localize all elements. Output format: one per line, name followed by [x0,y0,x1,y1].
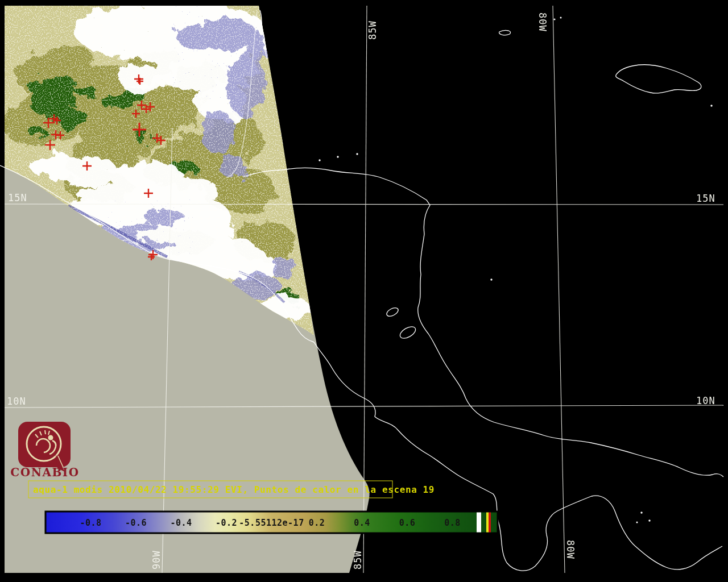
logo-parrot-eye [48,435,53,440]
graticule-label: 15N [696,193,715,204]
graticule-label: 10N [696,395,715,406]
colorbar-stripe-red [489,513,491,533]
island-dot [640,512,642,513]
colorbar-tick: -0.6 [125,518,147,528]
colorbar-stripe-white [477,513,481,533]
island-dot [356,153,358,155]
island-dot [560,17,562,19]
colorbar-tick: 0.8 [444,518,461,528]
graticule-label: 85W [352,550,363,569]
graticule-label: 10N [7,396,26,407]
colorbar: -0.8-0.6-0.4-0.2-5.55112e-170.20.40.60.8 [46,512,498,533]
graticule-label: 15N [8,192,27,203]
colorbar-tick: 0.4 [354,518,370,528]
island-dot [710,105,712,106]
graticule-label: 80W [565,540,576,559]
satellite-map-product: 85W80W15N15N10N10N90W85W80W CONABIO aqua… [0,0,728,582]
island-dot [636,522,638,523]
colorbar-tick-labels: -0.8-0.6-0.4-0.2-5.55112e-170.20.40.60.8 [80,518,460,528]
island-dot [490,278,492,280]
island-dot [318,159,320,161]
colorbar-stripe-yellow [486,513,489,533]
colorbar-tick: -0.8 [80,518,101,528]
scene-annotation: aqua-1 modis 2010/04/22 19:55:29 EVI, Pu… [33,484,435,495]
graticule-label: 90W [151,550,162,569]
colorbar-tick: -0.2 [216,518,237,528]
island-dot [648,519,650,521]
satellite-map-canvas: 85W80W15N15N10N10N90W85W80W CONABIO aqua… [0,0,728,582]
graticule-label: 85W [367,20,378,40]
logo-wordmark: CONABIO [10,465,79,479]
colorbar-tick: 0.6 [399,518,416,528]
graticule-label: 80W [537,13,548,32]
colorbar-tick: 0.2 [309,518,325,528]
island-dot [554,19,556,20]
island-dot [337,156,338,157]
colorbar-tick: -5.55112e-17 [239,518,304,528]
conabio-logo [18,422,71,472]
colorbar-tick: -0.4 [170,518,192,528]
